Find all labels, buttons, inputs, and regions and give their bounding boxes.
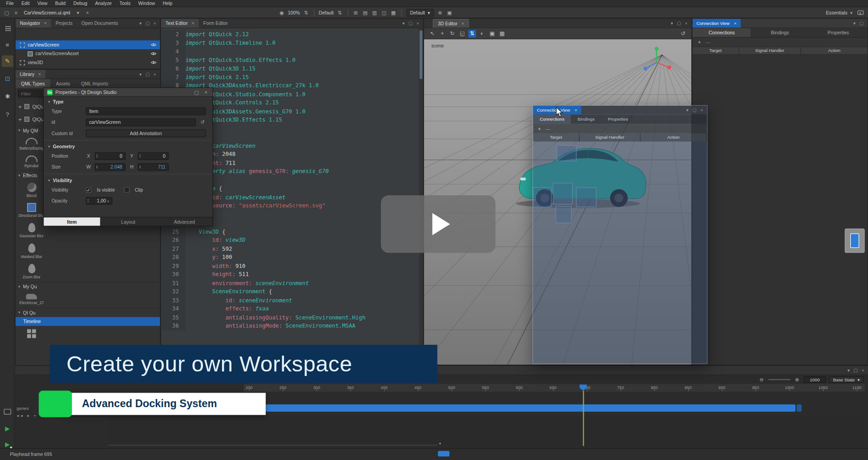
move-tool-icon[interactable]: + xyxy=(439,30,446,38)
maximize-icon[interactable]: ▢ xyxy=(193,89,200,96)
preview-icon[interactable]: ▣ xyxy=(446,9,453,16)
close-icon[interactable]: × xyxy=(862,368,864,373)
timeline-zoom-slider[interactable] xyxy=(768,379,790,380)
navigator-item-view3D[interactable]: view3D xyxy=(15,58,160,67)
menu-build[interactable]: Build xyxy=(51,0,69,6)
menu-help[interactable]: Help xyxy=(159,0,176,6)
chevron-down-icon[interactable]: ▾ xyxy=(671,21,673,26)
tab-qml-types[interactable]: QML Types xyxy=(15,79,50,88)
chevron-down-icon[interactable]: ▾ xyxy=(847,368,849,373)
timeline-duration-bar-end[interactable] xyxy=(797,404,802,412)
menu-view[interactable]: View xyxy=(33,0,52,6)
tab-connections[interactable]: Connections xyxy=(693,28,751,37)
collapse-tracks-button[interactable]: ▴ xyxy=(436,441,445,446)
float-panel-icon[interactable]: ▢ xyxy=(859,21,863,26)
library-section[interactable]: ▾My Qu xyxy=(15,282,160,291)
section-type[interactable]: ▾Type xyxy=(44,97,212,106)
chevron-down-icon[interactable]: ▾ xyxy=(139,21,142,26)
float-panel-icon[interactable]: ▢ xyxy=(408,21,412,26)
zoom-stepper-icon[interactable]: ⇅ xyxy=(302,9,309,16)
light-toggle-icon[interactable]: ◐ xyxy=(478,30,486,38)
tab-navigator[interactable]: Navigator× xyxy=(15,19,51,28)
global-local-toggle-icon[interactable]: ⇅ xyxy=(468,30,476,38)
state-selector[interactable]: Default▾ xyxy=(406,9,434,17)
end-frame-input[interactable]: 1000 xyxy=(804,376,826,383)
tab-properties[interactable]: Properties xyxy=(809,28,868,37)
chevron-down-icon[interactable]: ▾ xyxy=(686,108,689,113)
keyframe-tracks[interactable] xyxy=(108,414,865,444)
tab-item[interactable]: Item xyxy=(44,217,100,225)
tab-bindings[interactable]: Bindings xyxy=(571,114,601,124)
select-tool-icon[interactable]: ↖ xyxy=(429,30,436,38)
float-panel-icon[interactable]: ▢ xyxy=(146,21,150,26)
zoom-level[interactable]: 100% xyxy=(288,10,300,15)
add-connection-button[interactable]: + xyxy=(538,126,541,131)
edit-mode-icon[interactable]: ≡ xyxy=(2,39,14,51)
show-grid-icon[interactable]: ⊞ xyxy=(353,9,359,16)
menu-window[interactable]: Window xyxy=(134,0,159,6)
perspective-selector[interactable]: Essentials▾ xyxy=(826,10,853,15)
show-bounds-icon[interactable]: ▤ xyxy=(362,9,368,16)
tab-layout[interactable]: Layout xyxy=(100,217,156,225)
library-component[interactable] xyxy=(15,326,47,347)
connections-table-body[interactable] xyxy=(693,55,868,365)
snap-icon[interactable]: ▥ xyxy=(371,9,378,16)
reset-icon[interactable]: ↺ xyxy=(199,119,206,126)
grid-toggle-icon[interactable]: ▦ xyxy=(498,30,506,38)
add-state-icon[interactable]: ⊕ xyxy=(437,9,443,16)
clip-checkbox[interactable] xyxy=(124,187,129,192)
position-y-spinbox[interactable]: ▴▾0 xyxy=(138,152,169,160)
close-icon[interactable]: × xyxy=(685,21,688,26)
tab-text-editor[interactable]: Text Editor× xyxy=(161,19,198,28)
document-title[interactable]: CarViewScreen.ui.qml xyxy=(24,10,71,15)
remove-connection-button[interactable]: — xyxy=(706,39,710,45)
chevron-down-icon[interactable]: ▾ xyxy=(402,21,405,26)
workspace-icon[interactable]: ▢ xyxy=(3,9,10,16)
tab-advanced[interactable]: Advanced xyxy=(156,217,212,225)
dock-drop-indicator[interactable] xyxy=(845,229,865,253)
timeline-transport-controls[interactable]: ◂◂ ▸ ▪ xyxy=(17,413,38,418)
video-play-button[interactable] xyxy=(381,195,495,253)
menu-analyze[interactable]: Analyze xyxy=(91,0,116,6)
tab-properties[interactable]: Properties xyxy=(601,114,635,124)
feedback-icon[interactable] xyxy=(858,10,863,15)
dragged-connection-view-panel[interactable]: Connection View× ▾▢× Connections Binding… xyxy=(533,105,708,364)
timeline-duration-bar[interactable] xyxy=(266,404,796,412)
library-component[interactable]: Masked Blur xyxy=(15,241,47,261)
document-list-icon[interactable]: ≡ xyxy=(13,9,19,16)
eye-icon[interactable] xyxy=(151,52,160,56)
close-icon[interactable]: × xyxy=(203,89,209,96)
timeline-scrollbar-handle[interactable] xyxy=(438,451,450,456)
style-stepper-icon[interactable]: ⇅ xyxy=(336,9,343,16)
library-component[interactable]: Electriccar_27 xyxy=(15,291,47,308)
scale-tool-icon[interactable]: ◱ xyxy=(458,30,466,38)
close-icon[interactable]: × xyxy=(154,21,156,26)
rotate-tool-icon[interactable]: ↻ xyxy=(448,30,456,38)
tab-3d-editor[interactable]: 3D Editor× xyxy=(433,19,469,28)
tab-connections[interactable]: Connections xyxy=(533,114,571,124)
tab-form-editor[interactable]: Form Editor xyxy=(199,19,232,28)
chevron-down-icon[interactable]: ▾ xyxy=(139,72,142,77)
scrollbar-thumb[interactable] xyxy=(420,30,422,79)
library-section[interactable]: ▾Qt Qu xyxy=(15,308,160,317)
zoom-out-icon[interactable]: ⊖ xyxy=(758,376,765,383)
menu-edit[interactable]: Edit xyxy=(18,0,33,6)
chevron-down-icon[interactable]: ▾ xyxy=(853,21,855,26)
opacity-spinbox[interactable]: ▴▾1,00 ▾ xyxy=(86,197,113,205)
section-visibility[interactable]: ▾Visibility xyxy=(44,175,212,184)
size-h-spinbox[interactable]: ▴▾711 xyxy=(138,163,169,171)
close-icon[interactable]: × xyxy=(416,21,419,26)
base-state-selector[interactable]: Base State▾ xyxy=(829,376,863,383)
tab-open-documents[interactable]: Open Documents xyxy=(77,19,123,28)
connections-table-body[interactable] xyxy=(533,141,707,363)
close-icon[interactable]: × xyxy=(154,72,156,77)
tab-bindings[interactable]: Bindings xyxy=(751,28,809,37)
navigator-item-carViewScreenAsset[interactable]: carViewScreenAsset xyxy=(15,49,160,58)
float-panel-icon[interactable]: ▢ xyxy=(854,368,858,373)
tab-library[interactable]: Library× xyxy=(15,70,45,79)
tab-assets[interactable]: Assets xyxy=(50,79,75,88)
chevron-down-icon[interactable]: ▾ xyxy=(75,9,81,16)
add-annotation-button[interactable]: Add Annotation xyxy=(86,130,206,137)
tab-projects[interactable]: Projects xyxy=(51,19,77,28)
style-selector[interactable]: Default xyxy=(319,10,334,15)
